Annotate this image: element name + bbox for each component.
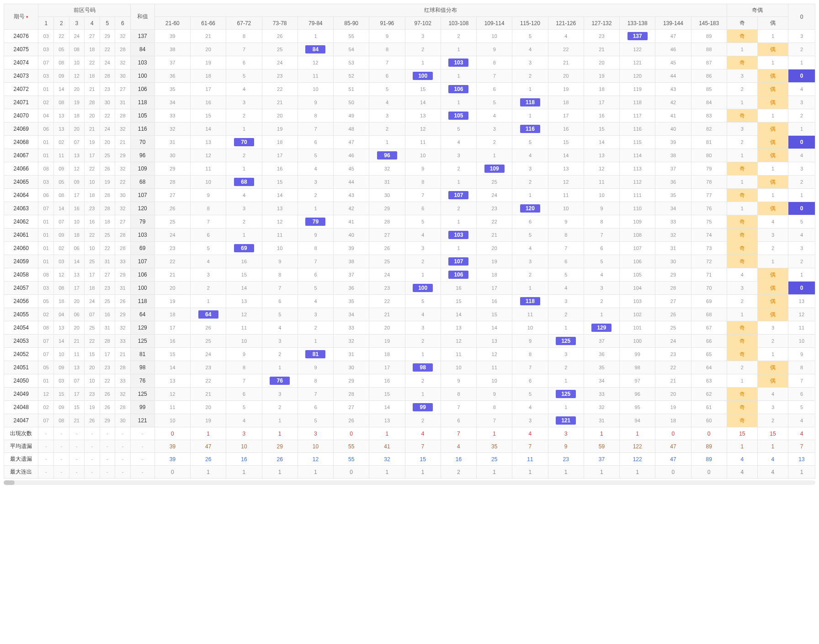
cell-dist: 109	[477, 162, 512, 176]
cell-parity: 1	[727, 96, 757, 109]
col-dist: 145-183	[691, 17, 727, 30]
cell-dist: 16	[191, 96, 226, 109]
cell-zero: 0	[788, 202, 815, 215]
cell-dist: 55	[334, 30, 369, 43]
cell-dist: 2	[548, 361, 584, 374]
cell-dist: 22	[262, 83, 298, 96]
cell-dist: 16	[584, 109, 619, 122]
stat-value: 37	[584, 453, 619, 466]
cell-dist: 6	[262, 295, 298, 308]
col-period[interactable]: 期号 ▾	[4, 4, 38, 30]
cell-dist: 18	[369, 348, 405, 361]
cell-dist: 6	[226, 388, 262, 401]
cell-dist: 32	[154, 122, 190, 136]
cell-parity: 偶	[757, 202, 788, 215]
parity-hit: 偶	[758, 282, 788, 294]
stat-value: 15	[757, 427, 788, 440]
stat-value: 2	[441, 466, 476, 479]
cell-dist: 6	[512, 215, 548, 229]
parity-hit: 奇	[727, 401, 757, 414]
cell-dist: 4	[298, 295, 333, 308]
cell-qz: 07	[38, 414, 54, 427]
col-dist: 67-72	[226, 17, 262, 30]
cell-qz: 07	[38, 335, 54, 348]
cell-hezhi: 100	[130, 282, 154, 295]
cell-dist: 73	[691, 242, 727, 255]
cell-hezhi: 125	[130, 335, 154, 348]
cell-dist: 13	[584, 149, 619, 162]
cell-dist: 37	[334, 268, 369, 282]
stat-value: 9	[548, 440, 584, 453]
cell-parity: 3	[757, 321, 788, 335]
cell-dist: 9	[298, 96, 333, 109]
cell-qz: 24	[100, 56, 115, 69]
cell-dist: 12	[441, 335, 476, 348]
parity-hit: 偶	[758, 268, 788, 281]
table-row: 2405105091320232898142381930179810117235…	[4, 361, 815, 374]
cell-parity: 4	[757, 388, 788, 401]
cell-hezhi: 69	[130, 242, 154, 255]
cell-parity: 偶	[757, 308, 788, 321]
cell-parity: 1	[757, 189, 788, 202]
cell-dist: 4	[191, 255, 226, 268]
cell-dist: 5	[548, 268, 584, 282]
cell-dist: 33	[154, 109, 190, 122]
cell-parity: 奇	[727, 229, 757, 242]
cell-dist: 100	[405, 282, 441, 295]
cell-qz: 01	[38, 255, 54, 268]
cell-qz: 28	[100, 189, 115, 202]
cell-qz: 05	[53, 43, 69, 56]
cell-dist: 5	[405, 295, 441, 308]
parity-hit: 偶	[758, 136, 788, 149]
cell-parity: 2	[727, 295, 757, 308]
cell-dist: 1	[405, 56, 441, 69]
cell-dist: 21	[369, 308, 405, 321]
cell-dist: 105	[620, 268, 655, 282]
cell-dist: 13	[477, 335, 512, 348]
cell-dist: 33	[334, 321, 369, 335]
cell-dist: 82	[691, 122, 727, 136]
cell-dist: 36	[584, 348, 619, 361]
cell-qz: 30	[115, 189, 131, 202]
cell-dist: 12	[226, 308, 262, 321]
stat-dash: -	[115, 466, 131, 479]
cell-dist: 137	[620, 30, 655, 43]
cell-dist: 21	[262, 96, 298, 109]
cell-dist: 3	[226, 202, 262, 215]
cell-dist: 17	[477, 282, 512, 295]
cell-dist: 106	[441, 268, 476, 282]
cell-dist: 86	[691, 69, 727, 83]
cell-qz: 20	[69, 122, 85, 136]
cell-dist: 1	[298, 202, 333, 215]
cell-dist: 2	[298, 189, 333, 202]
cell-dist: 1	[226, 229, 262, 242]
cell-dist: 12	[477, 348, 512, 361]
scrollbar-thumb[interactable]	[4, 480, 15, 485]
stat-dash: -	[130, 466, 154, 479]
table-row: 2407603222427293213739218261559321054231…	[4, 30, 815, 43]
cell-dist: 68	[226, 176, 262, 189]
col-qianqu-group: 前区号码	[38, 4, 130, 17]
hit-value: 103	[448, 231, 468, 239]
cell-qz: 01	[38, 149, 54, 162]
zero-hit: 0	[788, 202, 815, 215]
cell-parity: 偶	[757, 295, 788, 308]
cell-hezhi: 118	[130, 295, 154, 308]
cell-qz: 07	[69, 136, 85, 149]
cell-dist: 19	[191, 414, 226, 427]
stat-value: 47	[655, 440, 691, 453]
cell-hezhi: 107	[130, 255, 154, 268]
stat-value: 39	[154, 440, 190, 453]
stat-value: 3	[548, 427, 584, 440]
cell-dist: 5	[512, 30, 548, 43]
cell-qz: 10	[85, 242, 100, 255]
cell-dist: 1	[512, 109, 548, 122]
cell-dist: 52	[334, 69, 369, 83]
horizontal-scrollbar[interactable]	[4, 480, 815, 485]
cell-period: 24063	[4, 202, 38, 215]
cell-hezhi: 116	[130, 122, 154, 136]
cell-dist: 11	[226, 321, 262, 335]
cell-zero: 1	[788, 122, 815, 136]
cell-parity: 奇	[727, 255, 757, 268]
parity-hit: 奇	[727, 321, 757, 334]
